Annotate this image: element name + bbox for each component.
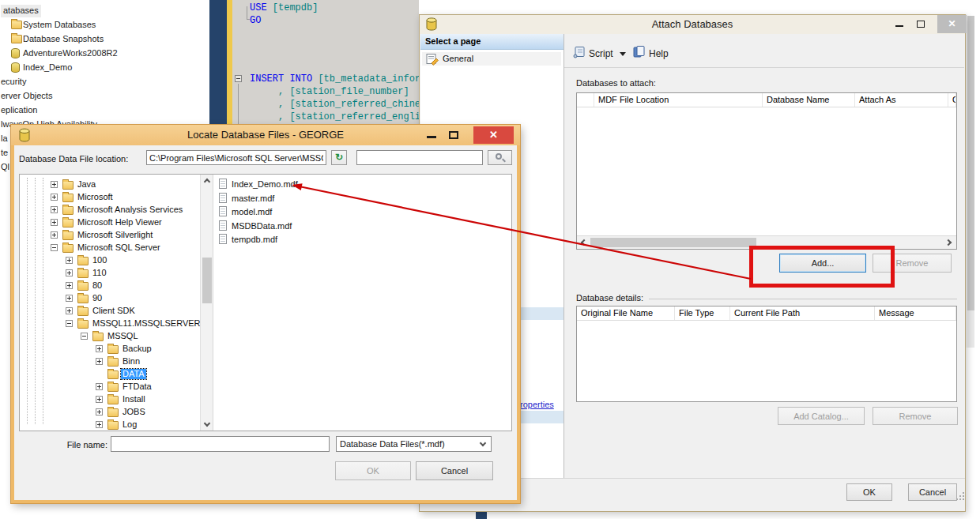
minimize-button[interactable] — [427, 136, 436, 138]
tree-item[interactable]: Microsoft — [76, 192, 115, 202]
expand-icon[interactable] — [66, 282, 73, 289]
tree-item[interactable]: Binn — [121, 356, 141, 367]
scroll-down-icon[interactable] — [204, 420, 210, 427]
close-icon[interactable]: ✕ — [473, 126, 514, 144]
remove-catalog-button[interactable]: Remove — [873, 407, 958, 425]
scroll-left-icon[interactable] — [577, 236, 590, 249]
query-editor[interactable]: USE [tempdb]GOINSERT INTO [tb_metadata_i… — [232, 0, 419, 125]
tree-item[interactable]: Microsoft Help Viewer — [76, 217, 164, 228]
tree-item[interactable]: Microsoft Silverlight — [76, 230, 154, 240]
scroll-thumb[interactable] — [202, 258, 212, 303]
search-button[interactable] — [488, 150, 512, 165]
tree-item[interactable]: Install — [121, 394, 147, 404]
explorer-item[interactable]: te — [1, 147, 8, 160]
explorer-item[interactable]: AdventureWorks2008R2 — [23, 47, 118, 60]
editor-scrollbar-strip[interactable] — [967, 16, 974, 310]
databases-to-attach-grid[interactable]: MDF File LocationDatabase NameAttach AsO — [576, 92, 957, 250]
ok-button[interactable]: OK — [335, 461, 411, 480]
file-list[interactable]: Index_Demo.mdfmaster.mdfmodel.mdfMSDBDat… — [213, 175, 511, 431]
explorer-item[interactable]: ecurity — [1, 76, 26, 88]
scroll-thumb[interactable] — [590, 238, 756, 247]
column-header[interactable] — [577, 93, 594, 107]
file-name-input[interactable] — [111, 436, 330, 452]
file-item[interactable]: tempdb.mdf — [232, 235, 277, 244]
collapse-icon[interactable] — [51, 244, 58, 251]
file-item[interactable]: MSDBData.mdf — [232, 221, 292, 231]
add-catalog-button[interactable]: Add Catalog... — [778, 407, 865, 425]
column-header[interactable]: Original File Name — [577, 307, 675, 320]
collapse-icon[interactable] — [66, 320, 73, 327]
tree-scrollbar[interactable] — [200, 175, 213, 431]
file-type-dropdown[interactable]: Database Data Files(*.mdf) — [336, 436, 492, 452]
tree-item[interactable]: 80 — [91, 280, 104, 291]
help-icon[interactable] — [632, 45, 646, 62]
database-details-grid[interactable]: Original File NameFile TypeCurrent File … — [576, 306, 957, 402]
expand-icon[interactable] — [96, 358, 103, 365]
maximize-button[interactable] — [917, 21, 925, 28]
explorer-item[interactable]: Database Snapshots — [23, 33, 104, 46]
refresh-icon[interactable]: ↻ — [331, 150, 347, 165]
expand-icon[interactable] — [66, 257, 73, 264]
grid-header[interactable]: Original File NameFile TypeCurrent File … — [577, 307, 956, 321]
attach-titlebar[interactable]: Attach Databases ✕ — [420, 15, 965, 34]
add-button[interactable]: Add... — [779, 254, 866, 273]
expand-icon[interactable] — [66, 307, 73, 314]
column-header[interactable]: Current File Path — [730, 307, 875, 320]
tree-item[interactable]: FTData — [121, 382, 153, 392]
script-icon[interactable] — [572, 46, 586, 62]
tree-item[interactable]: MSSQL — [106, 331, 140, 341]
cancel-button[interactable]: Cancel — [416, 461, 493, 480]
column-header[interactable]: MDF File Location — [594, 93, 763, 107]
maximize-button[interactable] — [449, 131, 458, 139]
explorer-item[interactable]: Index_Demo — [23, 62, 72, 74]
tree-item[interactable]: DATA — [121, 369, 146, 379]
explorer-item[interactable]: Ql — [1, 161, 9, 174]
tree-item[interactable]: 100 — [91, 255, 108, 265]
expand-icon[interactable] — [96, 408, 103, 416]
expand-icon[interactable] — [66, 295, 73, 302]
explorer-item[interactable]: erver Objects — [1, 90, 52, 103]
remove-button[interactable]: Remove — [873, 254, 952, 273]
explorer-item[interactable]: atabases — [1, 5, 41, 17]
expand-icon[interactable] — [96, 396, 103, 403]
grid-hscrollbar[interactable] — [577, 235, 956, 249]
file-item[interactable]: master.mdf — [232, 194, 274, 203]
collapse-toggle-icon[interactable] — [235, 75, 242, 82]
tree-item[interactable]: Backup — [121, 344, 153, 354]
expand-icon[interactable] — [96, 345, 103, 352]
explorer-item[interactable]: eplication — [1, 104, 37, 117]
file-item[interactable]: Index_Demo.mdf — [232, 179, 298, 189]
tree-item[interactable]: JOBS — [121, 407, 147, 417]
expand-icon[interactable] — [51, 231, 58, 239]
script-button[interactable]: Script — [589, 48, 613, 59]
view-connection-properties-link[interactable]: roperties — [520, 400, 554, 409]
tree-item[interactable]: Microsoft SQL Server — [76, 243, 162, 253]
expand-icon[interactable] — [51, 219, 58, 226]
file-location-input[interactable] — [146, 150, 326, 165]
scroll-up-icon[interactable] — [204, 179, 210, 185]
help-button[interactable]: Help — [649, 48, 669, 59]
tree-item[interactable]: Log — [121, 419, 138, 430]
expand-icon[interactable] — [66, 269, 73, 276]
cancel-button[interactable]: Cancel — [908, 483, 957, 501]
tree-item[interactable]: Client SDK — [91, 306, 137, 316]
ok-button[interactable]: OK — [846, 483, 892, 501]
tree-item[interactable]: 110 — [91, 268, 108, 278]
column-header[interactable]: Database Name — [763, 93, 855, 107]
page-item-general[interactable]: General — [422, 52, 561, 66]
column-header[interactable]: O — [948, 93, 956, 107]
tree-item[interactable]: 90 — [91, 293, 104, 303]
expand-icon[interactable] — [51, 194, 58, 201]
folder-tree[interactable]: JavaMicrosoftMicrosoft Analysis Services… — [20, 175, 213, 431]
tree-item[interactable]: Java — [76, 179, 97, 190]
minimize-button[interactable] — [895, 25, 903, 27]
tree-item[interactable]: Microsoft Analysis Services — [76, 205, 184, 215]
file-item[interactable]: model.mdf — [232, 207, 272, 216]
script-dropdown-caret[interactable] — [620, 52, 626, 56]
expand-icon[interactable] — [51, 181, 58, 188]
explorer-item[interactable]: System Databases — [23, 19, 96, 32]
scroll-right-icon[interactable] — [944, 236, 956, 249]
column-header[interactable]: Attach As — [855, 93, 948, 107]
expand-icon[interactable] — [96, 421, 103, 428]
column-header[interactable]: File Type — [675, 307, 730, 320]
